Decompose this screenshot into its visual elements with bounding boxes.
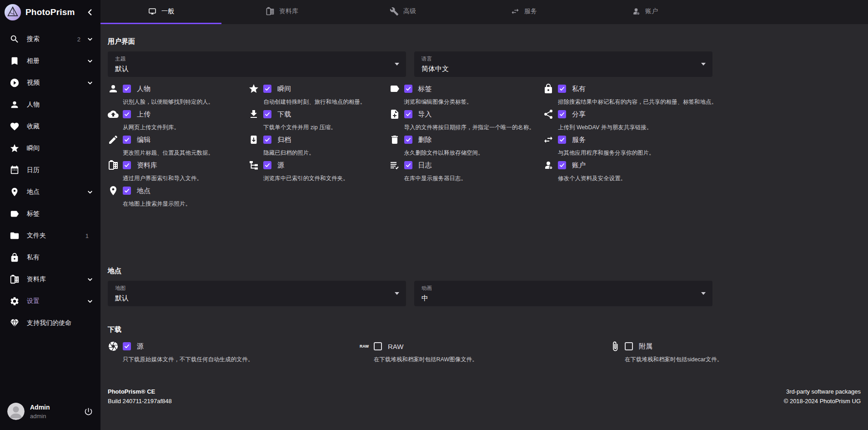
option-originals: 源 只下载原始媒体文件，不下载任何自动生成的文件。 — [108, 340, 359, 366]
photoprism-logo-icon — [4, 4, 21, 21]
logout-button[interactable] — [84, 407, 93, 416]
theme-select[interactable]: 主题 默认 — [108, 51, 406, 77]
sidebar-item-labels[interactable]: 标签 — [0, 203, 100, 225]
places-checkbox[interactable] — [123, 187, 131, 195]
tab-general[interactable]: 一般 — [100, 0, 221, 24]
section-title-places: 地点 — [108, 267, 861, 275]
archive-icon — [248, 134, 259, 145]
settings-content: 用户界面 主题 默认 语言 简体中文 人物 识别人脸，以便能够找到特定的人。 瞬… — [100, 24, 868, 430]
sidebar-item-settings[interactable]: 设置 — [0, 290, 100, 312]
footer-copyright: © 2018-2024 PhotoPrism UG — [784, 396, 861, 406]
option-label: 人物 — [137, 85, 151, 93]
download-icon — [248, 109, 259, 120]
sidebar-item-favorites[interactable]: 收藏 — [0, 116, 100, 137]
check-icon — [124, 187, 130, 194]
sidebar-item-search[interactable]: 搜索 2 — [0, 28, 100, 50]
raw-checkbox[interactable] — [374, 342, 382, 350]
option-people: 人物 识别人脸，以便能够找到特定的人。 — [108, 83, 240, 108]
tab-account[interactable]: 账户 — [584, 0, 705, 24]
sidebar-item-albums[interactable]: 相册 — [0, 50, 100, 72]
upload-checkbox[interactable] — [123, 110, 131, 118]
option-label: 导入 — [418, 110, 432, 119]
logs-checkbox[interactable] — [404, 161, 412, 169]
moments-checkbox[interactable] — [263, 85, 271, 93]
option-library: 资料库 通过用户界面索引和导入文件。 — [108, 159, 240, 185]
sidebar-item-label: 设置 — [27, 297, 40, 305]
maps-select[interactable]: 地图 默认 — [108, 281, 406, 306]
option-description: 识别人脸，以便能够找到特定的人。 — [123, 98, 240, 106]
library-checkbox[interactable] — [123, 161, 131, 169]
user-username: admin — [30, 413, 78, 420]
check-icon — [264, 86, 271, 92]
option-label: 分享 — [572, 110, 586, 119]
account-checkbox[interactable] — [558, 161, 566, 169]
sidebar-collapse-button[interactable] — [85, 7, 95, 17]
sidebar-item-private[interactable]: 私有 — [0, 247, 100, 268]
tab-services[interactable]: 服务 — [463, 0, 584, 24]
sidebar-item-videos[interactable]: 视频 — [0, 72, 100, 94]
tab-label: 高级 — [403, 7, 416, 15]
tab-advanced[interactable]: 高级 — [342, 0, 463, 24]
option-head: 删除 — [389, 134, 535, 146]
option-description: 只下载原始媒体文件，不下载任何自动生成的文件。 — [123, 356, 359, 364]
option-description: 在下载堆栈和档案时包括sidecar文件。 — [625, 356, 861, 364]
sidebar-item-label: 瞬间 — [27, 144, 40, 152]
heart-icon — [10, 121, 20, 132]
import-checkbox[interactable] — [404, 110, 412, 118]
sidebar-item-support[interactable]: 支持我们的使命 — [0, 312, 100, 334]
check-icon — [559, 162, 565, 168]
edit-checkbox[interactable] — [123, 136, 131, 144]
option-label: 瞬间 — [277, 85, 291, 93]
feature-toggle-grid: 人物 识别人脸，以便能够找到特定的人。 瞬间 自动创建特殊时刻、旅行和地点的相册… — [108, 83, 717, 210]
option-head: 导入 — [389, 108, 535, 120]
app-title: PhotoPrism — [25, 7, 81, 17]
option-head: 地点 — [108, 185, 240, 197]
map-pin-icon — [108, 185, 119, 196]
check-icon — [559, 86, 565, 92]
option-description: 通过用户界面索引和导入文件。 — [123, 175, 240, 182]
check-icon — [124, 86, 130, 92]
settings-tabbar: 一般 资料库 高级 服务 账户 — [100, 0, 868, 24]
option-label: 账户 — [572, 161, 586, 170]
archive-checkbox[interactable] — [263, 136, 271, 144]
person-icon — [10, 100, 20, 110]
footer-right: 3rd-party software packages © 2018-2024 … — [784, 387, 861, 406]
dropdown-arrow-icon — [701, 292, 706, 295]
services-checkbox[interactable] — [558, 136, 566, 144]
raw-icon: RAW — [359, 344, 370, 349]
sidebar-item-people[interactable]: 人物 — [0, 94, 100, 116]
language-select[interactable]: 语言 简体中文 — [414, 51, 712, 77]
option-label: 地点 — [137, 187, 151, 195]
people-checkbox[interactable] — [123, 85, 131, 93]
sidecar-checkbox[interactable] — [625, 342, 633, 350]
option-description: 修改个人资料及安全设置。 — [558, 175, 717, 182]
field-value: 中 — [421, 294, 705, 303]
download-checkbox[interactable] — [263, 110, 271, 118]
animate-select[interactable]: 动画 中 — [414, 281, 712, 306]
list-status-icon — [389, 160, 400, 171]
files-checkbox[interactable] — [263, 161, 271, 169]
option-description: 与其他应用程序和服务分享你的图片。 — [558, 149, 717, 157]
sidebar-item-library[interactable]: 资料库 — [0, 268, 100, 290]
avatar — [7, 403, 25, 420]
option-share: 分享 上传到 WebDAV 并与朋友共享链接。 — [543, 108, 717, 134]
sidebar-item-places[interactable]: 地点 — [0, 181, 100, 203]
tab-library[interactable]: 资料库 — [221, 0, 342, 24]
sidebar-item-calendar[interactable]: 日历 — [0, 159, 100, 181]
sidebar-item-moments[interactable]: 瞬间 — [0, 137, 100, 159]
delete-checkbox[interactable] — [404, 136, 412, 144]
labels-checkbox[interactable] — [404, 85, 412, 93]
sidebar-item-folders[interactable]: 文件夹 1 — [0, 225, 100, 247]
tab-label: 一般 — [161, 7, 174, 15]
originals-checkbox[interactable] — [123, 342, 131, 350]
option-label: 删除 — [418, 136, 432, 144]
footer-left: PhotoPrism® CE Build 240711-2197af848 — [108, 387, 172, 406]
share-checkbox[interactable] — [558, 110, 566, 118]
check-icon — [405, 137, 411, 143]
option-private: 私有 排除搜索结果中标记私有的内容，已共享的相册、标签和地点。 — [543, 83, 717, 108]
power-icon — [84, 407, 93, 416]
third-party-packages-link[interactable]: 3rd-party software packages — [784, 387, 861, 396]
tab-label: 服务 — [524, 7, 537, 15]
option-label: 附属 — [639, 342, 652, 351]
private-checkbox[interactable] — [558, 85, 566, 93]
